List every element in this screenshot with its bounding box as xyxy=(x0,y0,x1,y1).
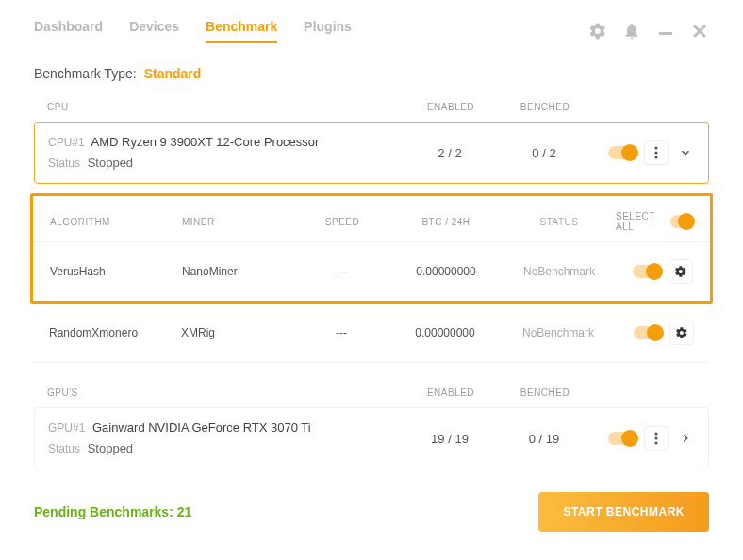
algo-status: NoBenchmark xyxy=(502,326,615,339)
cpu-id-label: CPU#1 xyxy=(48,136,85,149)
pending-benchmarks-label: Pending Benchmarks: 21 xyxy=(34,504,191,519)
algo-miner: XMRig xyxy=(181,326,294,339)
cpu-benched-header: BENCHED xyxy=(498,102,592,112)
gpu-section-label: GPU'S xyxy=(47,387,404,398)
nav-tabs: Dashboard Devices Benchmark Plugins xyxy=(34,19,352,43)
col-speed: SPEED xyxy=(295,217,389,227)
algo-row-toggle[interactable] xyxy=(634,326,662,339)
gpu-toggle[interactable] xyxy=(608,432,636,445)
svg-point-3 xyxy=(654,146,657,149)
gpu-status: Stopped xyxy=(88,441,133,455)
tab-benchmark[interactable]: Benchmark xyxy=(206,19,277,43)
cpu-more-button[interactable] xyxy=(644,140,669,165)
cpu-enabled-header: ENABLED xyxy=(404,102,498,112)
bell-icon[interactable] xyxy=(622,22,641,41)
benchmark-type-value[interactable]: Standard xyxy=(144,66,202,81)
cpu-status: Stopped xyxy=(88,156,133,170)
svg-point-6 xyxy=(654,433,657,436)
algo-miner: NanoMiner xyxy=(182,265,295,278)
svg-rect-0 xyxy=(659,32,672,35)
algo-settings-button[interactable] xyxy=(669,321,694,345)
tab-devices[interactable]: Devices xyxy=(129,19,179,43)
svg-point-8 xyxy=(654,442,657,445)
cpu-benched-value: 0 / 2 xyxy=(497,146,591,160)
algorithm-highlighted-panel: ALGORITHM MINER SPEED BTC / 24H STATUS S… xyxy=(30,193,713,304)
algo-row: RandomXmonero XMRig --- 0.00000000 NoBen… xyxy=(34,304,709,363)
svg-point-5 xyxy=(654,156,657,158)
svg-point-7 xyxy=(654,437,657,440)
gpu-benched-header: BENCHED xyxy=(498,387,592,398)
cpu-section-label: CPU xyxy=(47,102,404,112)
col-miner: MINER xyxy=(182,217,295,227)
tab-plugins[interactable]: Plugins xyxy=(304,19,352,43)
gpu-id-label: GPU#1 xyxy=(48,421,85,435)
benchmark-type-label: Benchmark Type: xyxy=(34,66,137,81)
cpu-toggle[interactable] xyxy=(608,146,636,159)
close-icon[interactable] xyxy=(690,22,709,41)
algo-row-toggle[interactable] xyxy=(633,265,661,278)
minimize-icon[interactable] xyxy=(656,22,675,41)
col-btc: BTC / 24H xyxy=(389,217,503,227)
cpu-status-label: Status xyxy=(48,156,80,170)
select-all-toggle[interactable] xyxy=(670,215,693,228)
cpu-enabled-value: 2 / 2 xyxy=(403,146,497,160)
chevron-right-icon[interactable] xyxy=(676,432,695,445)
algo-speed: --- xyxy=(294,326,388,339)
start-benchmark-button[interactable]: START BENCHMARK xyxy=(538,492,709,532)
gpu-device-card: GPU#1 Gainward NVIDIA GeForce RTX 3070 T… xyxy=(34,407,709,469)
algo-row: VerusHash NanoMiner --- 0.00000000 NoBen… xyxy=(33,241,710,301)
algo-btc: 0.00000000 xyxy=(389,265,503,278)
chevron-down-icon[interactable] xyxy=(676,146,695,159)
gpu-status-label: Status xyxy=(48,442,80,455)
algo-btc: 0.00000000 xyxy=(388,326,502,339)
gpu-benched-value: 0 / 19 xyxy=(497,432,591,446)
cpu-name: AMD Ryzen 9 3900XT 12-Core Processor xyxy=(91,135,320,149)
tab-dashboard[interactable]: Dashboard xyxy=(34,19,103,43)
cpu-device-card: CPU#1 AMD Ryzen 9 3900XT 12-Core Process… xyxy=(34,122,709,184)
gpu-name: Gainward NVIDIA GeForce RTX 3070 Ti xyxy=(92,420,311,435)
gpu-enabled-header: ENABLED xyxy=(404,387,498,398)
select-all-label: SELECT ALL xyxy=(616,211,663,232)
col-status: STATUS xyxy=(503,217,616,227)
col-algorithm: ALGORITHM xyxy=(50,217,182,227)
svg-point-4 xyxy=(654,151,657,154)
algo-status: NoBenchmark xyxy=(503,265,616,278)
algo-speed: --- xyxy=(295,265,389,278)
algo-name: RandomXmonero xyxy=(49,326,181,339)
algo-name: VerusHash xyxy=(50,265,182,278)
gear-icon[interactable] xyxy=(588,22,607,41)
algo-settings-button[interactable] xyxy=(669,259,693,284)
gpu-more-button[interactable] xyxy=(644,426,669,451)
gpu-enabled-value: 19 / 19 xyxy=(403,432,497,446)
